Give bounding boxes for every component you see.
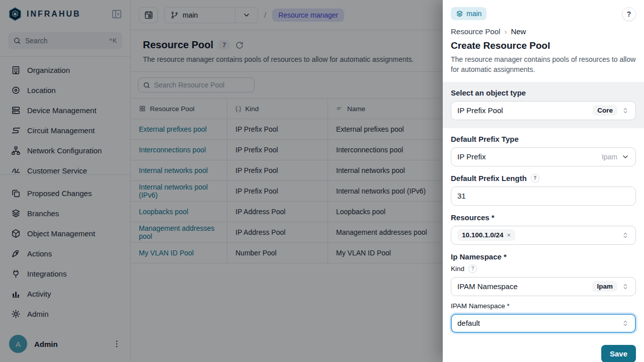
ipam-badge: Ipam bbox=[592, 281, 617, 292]
namespace-hint: Ipam bbox=[602, 153, 617, 161]
resources-label: Resources * bbox=[451, 213, 636, 222]
default-prefix-type-label: Default Prefix Type bbox=[451, 135, 636, 143]
core-badge: Core bbox=[593, 105, 617, 116]
ipam-namespace-label: IPAM Namespace * bbox=[451, 302, 636, 310]
object-type-value: IP Prefix Pool bbox=[457, 106, 589, 115]
resource-chip-value: 10.100.1.0/24 bbox=[462, 231, 504, 239]
chevron-down-icon bbox=[621, 153, 629, 161]
branch-badge-label: main bbox=[466, 10, 481, 18]
drawer-breadcrumb: Resource Pool › New bbox=[451, 27, 636, 36]
kind-select[interactable]: IPAM Namespace Ipam bbox=[451, 277, 636, 296]
chevron-updown-icon bbox=[621, 283, 629, 291]
kind-value: IPAM Namespace bbox=[457, 282, 588, 291]
branch-badge: main bbox=[451, 7, 487, 20]
drawer-form: Default Prefix Type IP Prefix Ipam Defau… bbox=[443, 128, 644, 339]
ipam-namespace-value: default bbox=[457, 319, 617, 327]
kind-label: Kind bbox=[451, 265, 464, 273]
resources-multiselect[interactable]: 10.100.1.0/24 × bbox=[451, 226, 636, 245]
default-prefix-type-value: IP Prefix bbox=[457, 152, 598, 161]
ipam-namespace-select[interactable]: default bbox=[451, 314, 636, 333]
ip-namespace-heading: Ip Namespace * bbox=[451, 252, 636, 261]
object-type-section: Select an object type IP Prefix Pool Cor… bbox=[443, 82, 644, 128]
object-type-select[interactable]: IP Prefix Pool Core bbox=[451, 101, 636, 120]
default-prefix-length-label: Default Prefix Length bbox=[451, 174, 527, 183]
chevron-updown-icon bbox=[621, 107, 629, 115]
help-tooltip-icon[interactable]: ? bbox=[468, 264, 477, 273]
drawer-title: Create Resource Pool bbox=[451, 40, 636, 51]
breadcrumb-current: New bbox=[511, 27, 526, 36]
create-resource-pool-drawer: main ? Resource Pool › New Create Resour… bbox=[443, 0, 644, 362]
chevron-updown-icon bbox=[621, 319, 629, 327]
object-type-label: Select an object type bbox=[451, 88, 636, 97]
default-prefix-type-select[interactable]: IP Prefix Ipam bbox=[451, 147, 636, 166]
breadcrumb-parent[interactable]: Resource Pool bbox=[451, 27, 500, 36]
default-prefix-length-input[interactable] bbox=[451, 187, 636, 206]
resource-chip: 10.100.1.0/24 × bbox=[457, 229, 515, 241]
save-button[interactable]: Save bbox=[601, 345, 636, 362]
help-button[interactable]: ? bbox=[622, 7, 636, 21]
layers-icon bbox=[456, 10, 463, 18]
chevron-updown-icon bbox=[621, 231, 629, 239]
breadcrumb-separator: › bbox=[504, 27, 507, 36]
help-tooltip-icon[interactable]: ? bbox=[531, 174, 539, 183]
chip-remove-icon[interactable]: × bbox=[507, 231, 511, 239]
drawer-description: The resource manager contains pools of r… bbox=[451, 54, 636, 75]
